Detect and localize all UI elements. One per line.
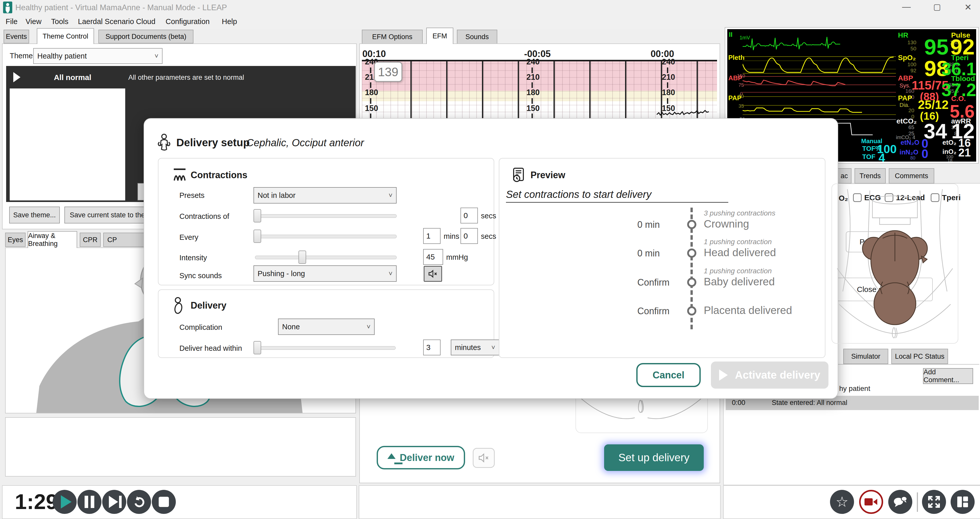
deliver-now-button[interactable]: Deliver now [377, 446, 465, 470]
stop-button[interactable] [152, 490, 176, 514]
every-secs-input[interactable]: 0 [460, 228, 478, 244]
every-secs-unit: secs [481, 232, 496, 240]
contractions-of-label: Contractions of [180, 212, 229, 221]
menu-configuration[interactable]: Configuration [165, 18, 210, 26]
step-title: Crowning [704, 218, 749, 230]
intensity-slider-thumb[interactable] [299, 250, 306, 264]
tab-support-documents[interactable]: Support Documents (beta) [99, 30, 193, 43]
skip-icon [109, 496, 118, 508]
every-mins-input[interactable]: 1 [423, 228, 441, 244]
contractions-of-slider-thumb[interactable] [253, 209, 261, 223]
chevron-down-icon: ˅ [492, 344, 495, 352]
deliver-head-input[interactable]: 3 [423, 339, 441, 355]
preview-icon [512, 167, 525, 183]
inn2o-limit: 80 [910, 156, 915, 161]
delivery-icon [173, 297, 184, 314]
deliver-head-slider[interactable] [255, 346, 396, 350]
efm-scale-label: 240 [662, 57, 675, 67]
deliver-head-label: Deliver head within [180, 344, 242, 353]
tof-value: 4 [878, 151, 885, 162]
play-state-icon[interactable] [13, 72, 21, 82]
menu-help[interactable]: Help [222, 18, 237, 26]
add-comment-button[interactable]: Add Comment... [923, 368, 973, 384]
cancel-button[interactable]: Cancel [636, 363, 701, 387]
fhr-trace [656, 110, 718, 119]
fullscreen-button[interactable] [922, 490, 946, 514]
intensity-input[interactable]: 45 [423, 249, 443, 265]
theme-label: Theme: [10, 52, 35, 60]
pap-value: 25/12 [910, 98, 948, 112]
ino2-value: 21 [958, 146, 971, 159]
intensity-slider[interactable] [255, 256, 396, 259]
efm-scale-label: 180 [527, 88, 540, 97]
favorite-button[interactable]: ☆ [830, 490, 854, 514]
contractions-heading: Contractions [191, 170, 247, 180]
chat-button[interactable] [888, 490, 912, 514]
every-mins-unit: mins [444, 232, 459, 240]
tab-eyes[interactable]: Eyes [5, 232, 25, 247]
complication-select[interactable]: None˅ [278, 318, 375, 335]
menu-laerdal-scenario-cloud[interactable]: Laerdal Scenario Cloud [78, 18, 155, 26]
play-button[interactable] [52, 490, 77, 514]
stop-icon [159, 497, 169, 507]
pause-session-button[interactable] [78, 490, 102, 514]
tab-cpr[interactable]: CPR [80, 232, 101, 247]
intensity-label: Intensity [180, 254, 207, 262]
star-icon: ☆ [835, 495, 848, 509]
presets-select[interactable]: Not in labor˅ [253, 187, 396, 204]
close-icon[interactable]: ✕ [964, 2, 972, 12]
tab-local-pc-status[interactable]: Local PC Status [891, 349, 948, 364]
pap-waveform [743, 94, 896, 117]
tab-sounds[interactable]: Sounds [457, 30, 497, 44]
tab-efm-options[interactable]: EFM Options [362, 30, 423, 44]
restart-button[interactable] [127, 490, 151, 514]
minimize-icon[interactable]: — [902, 2, 911, 11]
state-description: All other parameters are set to normal [128, 74, 244, 81]
maximize-icon[interactable]: ▢ [933, 2, 941, 12]
state-list[interactable] [10, 88, 125, 201]
tab-comments[interactable]: Comments [889, 168, 934, 183]
layout-grid-icon [956, 495, 969, 508]
efm-scale-label: 210 [527, 73, 540, 82]
efm-scale-label: 210 [662, 73, 675, 82]
layout-button[interactable] [951, 490, 975, 514]
deliver-head-slider-thumb[interactable] [253, 341, 261, 354]
save-theme-button[interactable]: Save theme... [9, 207, 60, 223]
deliver-head-unit-select[interactable]: minutes˅ [451, 339, 500, 355]
video-camera-icon [864, 497, 878, 506]
log-time: 0:00 [732, 399, 745, 407]
tab-events[interactable]: Events [3, 30, 29, 43]
contractions-card: Contractions Presets Not in labor˅ Contr… [158, 158, 494, 285]
modal-subtitle: Cephalic, Occiput anterior [247, 137, 364, 148]
step-title: Placenta delivered [704, 304, 792, 317]
theme-select[interactable]: Healthy patient˅ [33, 48, 162, 64]
complication-label: Complication [180, 323, 222, 331]
contractions-of-input[interactable]: 0 [460, 208, 478, 223]
tab-simulator[interactable]: Simulator [843, 349, 888, 364]
menu-tools[interactable]: Tools [51, 18, 68, 26]
menu-view[interactable]: View [25, 18, 41, 26]
next-state-button[interactable] [102, 490, 126, 514]
spo2-limits: 10092 [904, 61, 916, 74]
record-video-button[interactable] [859, 490, 883, 514]
step-title: Baby delivered [704, 275, 775, 288]
deliver-mute-button[interactable] [473, 448, 495, 468]
state-name[interactable]: All normal [47, 73, 98, 82]
abp-waveform [743, 74, 896, 94]
tab-airway-breathing[interactable]: Airway & Breathing [28, 231, 77, 248]
timeline-node [687, 306, 696, 315]
set-up-delivery-button[interactable]: Set up delivery [604, 444, 704, 471]
every-slider-thumb[interactable] [253, 229, 261, 243]
tab-efm[interactable]: EFM [426, 28, 453, 44]
eject-icon [387, 453, 396, 459]
tab-theme-control[interactable]: Theme Control [37, 28, 94, 44]
activate-delivery-button[interactable]: Activate delivery [711, 361, 829, 388]
belly-illustration [576, 395, 706, 431]
save-current-state-button[interactable]: Save current state to the [64, 207, 150, 223]
tab-trends[interactable]: Trends [854, 168, 886, 183]
sync-sounds-select[interactable]: Pushing - long˅ [253, 265, 396, 282]
sync-mute-button[interactable] [424, 266, 442, 282]
menu-file[interactable]: File [6, 18, 18, 26]
contractions-of-slider[interactable] [255, 214, 396, 218]
every-slider[interactable] [255, 235, 396, 238]
